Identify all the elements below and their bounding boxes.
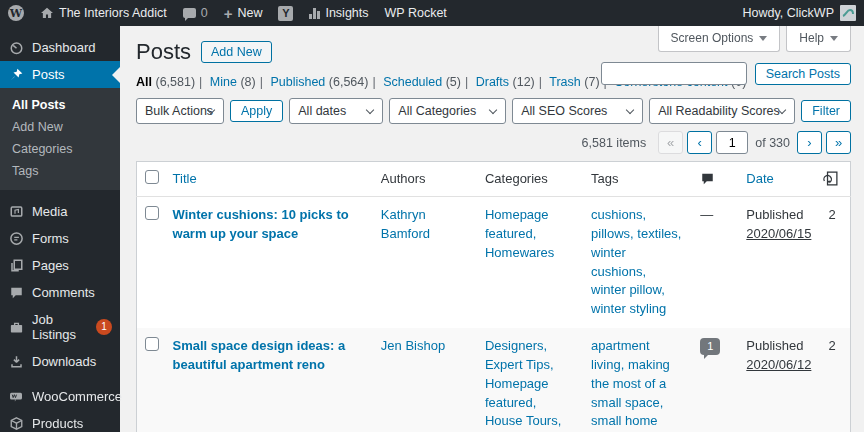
readability-scores-filter-select[interactable]: All Readability Scores [649,98,795,124]
post-title-link[interactable]: Winter cushions: 10 picks to warm up you… [173,207,349,241]
submenu-categories[interactable]: Categories [0,138,120,160]
screen-meta-links: Screen Options Help [658,26,851,52]
comments-icon [8,285,24,300]
submenu-add-new[interactable]: Add New [0,116,120,138]
chevron-down-icon [489,106,497,114]
sidebar-item-comments[interactable]: Comments [0,279,120,306]
dates-filter-select[interactable]: All dates [289,98,383,124]
admin-bar-left: W The Interiors Addict 0 + New Y Insight… [0,0,455,26]
prev-page-button[interactable]: ‹ [687,131,712,154]
filter-toolbar: Bulk Actions Apply All dates All Categor… [136,98,851,124]
wordpress-logo-menu[interactable]: W [0,0,32,26]
post-tags-links[interactable]: apartment living, making the most of a s… [591,338,670,432]
post-title-link[interactable]: Small space design ideas: a beautiful ap… [173,338,346,372]
sidebar-item-downloads[interactable]: Downloads [0,348,120,375]
sidebar-item-job-listings[interactable]: Job Listings 1 [0,306,120,348]
sidebar-item-posts[interactable]: Posts [0,61,120,88]
select-all-checkbox[interactable] [145,170,159,184]
sidebar-item-label: Dashboard [32,40,96,55]
next-page-button[interactable]: › [797,131,822,154]
sidebar-item-dashboard[interactable]: Dashboard [0,34,120,61]
content-area: Screen Options Help Posts Add New All (6… [120,0,864,432]
comment-count-bubble[interactable]: 1 [700,338,720,355]
admin-bar-right: Howdy, ClickWP [743,5,864,21]
insights-link[interactable]: Insights [301,0,376,26]
apply-button[interactable]: Apply [230,100,283,122]
sidebar-item-label: Job Listings [32,312,84,342]
download-icon [8,354,24,369]
search-input[interactable] [601,62,747,85]
home-icon [40,6,54,20]
column-header-title[interactable]: Title [165,162,373,197]
view-scheduled[interactable]: Scheduled (5) [383,75,461,89]
last-page-button[interactable]: » [826,131,851,154]
help-button[interactable]: Help [786,26,851,52]
column-header-date[interactable]: Date [738,162,814,197]
avatar[interactable] [840,5,856,21]
submenu-all-posts[interactable]: All Posts [0,94,120,116]
view-trash[interactable]: Trash (7) [549,75,599,89]
column-header-tags: Tags [583,162,692,197]
sidebar-item-forms[interactable]: Forms [0,225,120,252]
yoast-icon: Y [278,6,293,21]
posts-table: Title Authors Categories Tags Date Winte… [136,161,851,432]
site-name-link[interactable]: The Interiors Addict [32,0,175,26]
revision-count: 2 [814,197,850,329]
post-tags-links[interactable]: cushions, pillows, textiles, winter cush… [591,207,681,316]
post-status: Published [746,338,803,353]
submenu-tags[interactable]: Tags [0,160,120,182]
current-page-input[interactable] [716,131,748,154]
column-header-revisions [814,162,850,197]
briefcase-icon [8,320,24,335]
wordpress-logo-icon: W [8,5,24,21]
seo-scores-filter-select[interactable]: All SEO Scores [512,98,643,124]
yoast-seo-menu[interactable]: Y [270,0,301,26]
post-categories-links[interactable]: Homepage featured, Homewares [485,207,554,260]
sidebar-item-products[interactable]: Products [0,410,120,432]
column-header-comments [692,162,738,197]
post-categories-links[interactable]: Designers, Expert Tips, Homepage feature… [485,338,574,432]
new-content-link[interactable]: + New [216,0,271,26]
sidebar-item-label: Pages [32,258,69,273]
screen-options-button[interactable]: Screen Options [658,26,781,52]
howdy-account-link[interactable]: Howdy, ClickWP [743,6,834,20]
screen-options-label: Screen Options [671,31,754,45]
view-mine[interactable]: Mine (8) [210,75,256,89]
items-count: 6,581 items [582,136,647,150]
post-date: 2020/06/12 [746,357,811,372]
row-checkbox[interactable] [145,337,159,351]
chevron-down-icon [626,106,634,114]
wp-rocket-label: WP Rocket [385,6,447,20]
admin-bar: W The Interiors Addict 0 + New Y Insight… [0,0,864,26]
sidebar-item-pages[interactable]: Pages [0,252,120,279]
view-all[interactable]: All (6,581) [136,75,195,89]
row-checkbox[interactable] [145,206,159,220]
woocommerce-icon [8,389,24,404]
add-new-button[interactable]: Add New [201,41,272,63]
categories-filter-select[interactable]: All Categories [389,98,506,124]
chevron-down-icon [759,36,767,41]
bulk-actions-select[interactable]: Bulk Actions [136,98,224,124]
sidebar-item-woocommerce[interactable]: WooCommerce [0,383,120,410]
view-published[interactable]: Published (6,564) [270,75,368,89]
table-row: Small space design ideas: a beautiful ap… [137,328,851,432]
sidebar-item-label: Forms [32,231,69,246]
comment-count: — [700,207,713,222]
dashboard-icon [8,40,24,55]
post-status: Published [746,207,803,222]
filter-button[interactable]: Filter [801,100,851,122]
pages-icon [8,258,24,273]
sidebar-item-label: Products [32,416,83,431]
wp-rocket-link[interactable]: WP Rocket [377,0,455,26]
document-revision-icon [822,170,842,187]
post-author-link[interactable]: Kathryn Bamford [381,207,430,241]
sidebar-item-label: Downloads [32,354,96,369]
admin-bar-comments-link[interactable]: 0 [175,0,216,26]
job-listings-badge: 1 [96,319,112,335]
post-author-link[interactable]: Jen Bishop [381,338,445,353]
sidebar-item-media[interactable]: Media [0,198,120,225]
sidebar-item-label: Posts [32,67,65,82]
view-drafts[interactable]: Drafts (12) [476,75,535,89]
sidebar-item-label: WooCommerce [32,389,122,404]
search-posts-button[interactable]: Search Posts [755,63,851,85]
